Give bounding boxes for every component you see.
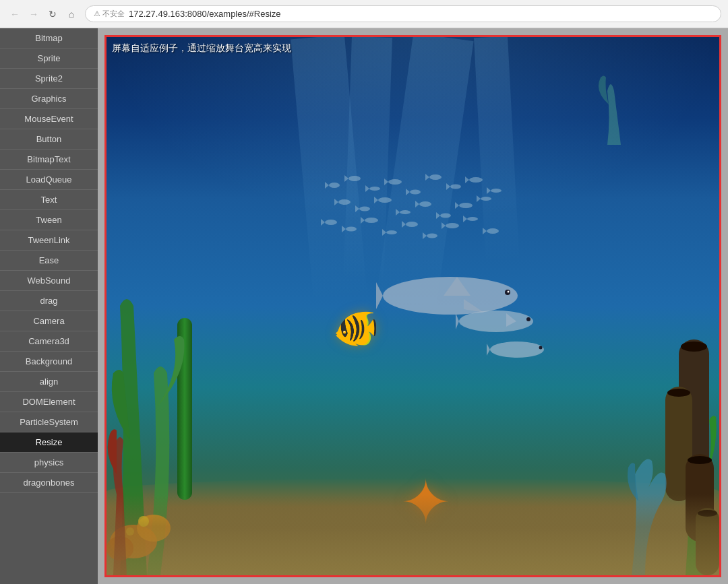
svg-rect-8 [667, 389, 690, 397]
canvas-label: 屏幕自适应例子，通过缩放舞台宽高来实现 [112, 42, 291, 55]
sidebar-item-bitmaptext[interactable]: BitmapText [0, 150, 98, 170]
sidebar-item-particlesystem[interactable]: ParticleSystem [0, 412, 98, 432]
security-icon: ⚠ 不安全 [94, 9, 125, 19]
nav-buttons: ← → ↻ ⌂ [7, 6, 80, 22]
svg-point-70 [507, 290, 509, 292]
svg-marker-40 [415, 201, 419, 207]
sidebar-item-domelement[interactable]: DOMElement [0, 392, 98, 412]
sidebar-item-loadqueue[interactable]: LoadQueue [0, 170, 98, 190]
second-fish [456, 306, 537, 337]
sidebar-item-button[interactable]: Button [0, 129, 98, 150]
svg-point-45 [481, 197, 491, 201]
svg-point-21 [410, 189, 421, 194]
svg-marker-42 [436, 212, 440, 219]
svg-marker-72 [456, 313, 459, 329]
svg-marker-62 [463, 216, 467, 222]
forward-button[interactable]: → [26, 6, 42, 22]
svg-marker-46 [477, 195, 481, 202]
sidebar-item-resize[interactable]: Resize [0, 432, 98, 453]
svg-point-27 [469, 177, 483, 183]
sidebar-item-camera[interactable]: Camera [0, 311, 98, 331]
sidebar-item-bitmap[interactable]: Bitmap [0, 28, 98, 48]
svg-point-55 [406, 222, 418, 227]
sidebar-item-sprite2[interactable]: Sprite2 [0, 69, 98, 89]
svg-marker-32 [334, 199, 338, 205]
svg-marker-14 [325, 182, 329, 189]
home-button[interactable]: ⌂ [63, 6, 80, 22]
svg-point-51 [365, 218, 378, 223]
browser-toolbar: ← → ↻ ⌂ ⚠ 不安全 172.27.49.163:8080/example… [0, 0, 728, 28]
svg-rect-10 [688, 456, 712, 464]
svg-point-63 [487, 228, 499, 234]
svg-marker-52 [361, 217, 365, 224]
svg-point-39 [419, 201, 431, 207]
svg-point-59 [446, 223, 459, 228]
sidebar-item-text[interactable]: Text [0, 190, 98, 210]
seahorse: 🐠 [333, 306, 380, 350]
svg-marker-24 [425, 174, 429, 181]
svg-marker-50 [342, 226, 346, 232]
sidebar-item-background[interactable]: Background [0, 352, 98, 372]
browser-chrome: ← → ↻ ⌂ ⚠ 不安全 172.27.49.163:8080/example… [0, 0, 728, 28]
svg-point-57 [427, 233, 437, 238]
svg-point-37 [400, 210, 411, 214]
sidebar-item-mouseevent[interactable]: MouseEvent [0, 109, 98, 129]
svg-marker-66 [376, 282, 383, 309]
sidebar-item-drag[interactable]: drag [0, 291, 98, 311]
svg-marker-60 [442, 222, 446, 229]
svg-marker-56 [402, 221, 406, 228]
address-bar[interactable]: ⚠ 不安全 172.27.49.163:8080/examples/#Resiz… [85, 5, 721, 22]
svg-point-41 [440, 213, 451, 218]
underwater-scene: 🐠 ✦ [107, 37, 719, 575]
svg-marker-16 [344, 175, 348, 182]
seafloor-texture [107, 494, 719, 575]
back-button[interactable]: ← [7, 6, 23, 22]
svg-point-29 [491, 189, 502, 193]
sidebar-item-ease[interactable]: Ease [0, 251, 98, 271]
svg-point-31 [338, 199, 351, 205]
sidebar-item-physics[interactable]: physics [0, 453, 98, 473]
svg-point-74 [526, 317, 530, 321]
sidebar-item-align[interactable]: align [0, 372, 98, 392]
svg-marker-20 [384, 179, 388, 185]
svg-marker-48 [321, 219, 325, 226]
svg-marker-58 [423, 232, 427, 239]
svg-marker-22 [406, 189, 410, 195]
svg-point-13 [329, 183, 340, 188]
svg-marker-34 [355, 205, 359, 212]
svg-marker-30 [487, 187, 491, 194]
svg-rect-6 [681, 342, 707, 352]
svg-marker-36 [374, 197, 378, 203]
svg-point-71 [459, 311, 533, 332]
sidebar-item-camera3d[interactable]: Camera3d [0, 331, 98, 352]
svg-marker-18 [365, 185, 369, 192]
svg-point-49 [346, 226, 357, 231]
url-display: 172.27.49.163:8080/examples/#Resize [129, 9, 712, 19]
svg-point-23 [429, 174, 442, 180]
sidebar-item-websound[interactable]: WebSound [0, 271, 98, 291]
svg-marker-64 [483, 228, 487, 234]
main-content: 屏幕自适应例子，通过缩放舞台宽高来实现 WFW60516320 [98, 28, 728, 584]
svg-point-53 [386, 230, 397, 234]
svg-marker-28 [465, 176, 469, 183]
svg-marker-26 [446, 183, 450, 190]
svg-point-77 [539, 346, 542, 350]
svg-point-47 [325, 220, 337, 225]
sidebar-item-graphics[interactable]: Graphics [0, 89, 98, 109]
svg-marker-44 [455, 202, 459, 209]
svg-point-17 [369, 187, 380, 191]
sidebar-item-tween[interactable]: Tween [0, 210, 98, 230]
sidebar-item-dragonbones[interactable]: dragonbones [0, 473, 98, 493]
sidebar: BitmapSpriteSprite2GraphicsMouseEventBut… [0, 28, 98, 584]
svg-point-15 [348, 176, 361, 181]
bg-coral-upper-right [587, 64, 628, 145]
sidebar-item-sprite[interactable]: Sprite [0, 48, 98, 69]
third-fish [487, 338, 547, 362]
svg-point-61 [467, 217, 478, 221]
svg-point-75 [490, 342, 544, 358]
reload-button[interactable]: ↻ [44, 6, 61, 22]
svg-point-33 [359, 206, 370, 211]
sidebar-item-tweenlink[interactable]: TweenLink [0, 230, 98, 251]
svg-marker-76 [487, 344, 490, 356]
svg-marker-38 [396, 209, 400, 216]
